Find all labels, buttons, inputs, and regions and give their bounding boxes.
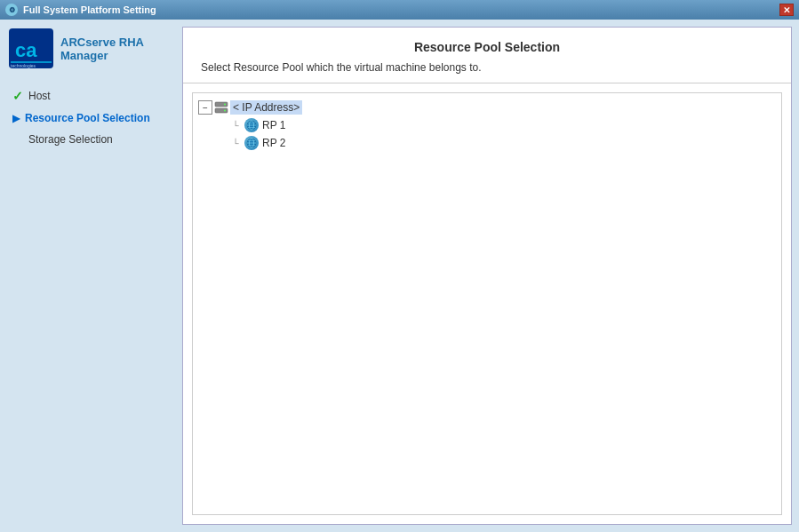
tree-root-node[interactable]: − < IP Address> xyxy=(198,99,776,116)
svg-text:technologies: technologies xyxy=(11,63,36,68)
arrow-icon: ▶ xyxy=(12,113,20,124)
sidebar-item-resource-pool-label: Resource Pool Selection xyxy=(25,112,150,124)
tree-node-rp2[interactable]: └ RP 2 xyxy=(230,134,776,152)
svg-point-7 xyxy=(224,110,226,112)
pending-icon xyxy=(12,133,23,146)
content-subtitle: Select Resource Pool which the virtual m… xyxy=(201,61,773,74)
tree-root-label: < IP Address> xyxy=(230,100,302,115)
sidebar-item-host-label: Host xyxy=(28,90,51,102)
main-container: ca technologies ARCserve RHA Manager ✓ H… xyxy=(0,20,799,532)
tree-line-icon-2: └ xyxy=(230,139,241,148)
arcserve-name: ARCserve RHA xyxy=(60,36,144,49)
arcserve-subtitle: Manager xyxy=(60,49,144,62)
sidebar: ca technologies ARCserve RHA Manager ✓ H… xyxy=(0,20,182,532)
title-bar-text: Full System Platform Setting xyxy=(23,4,156,15)
sidebar-nav: ✓ Host ▶ Resource Pool Selection Storage… xyxy=(9,86,173,148)
server-icon xyxy=(214,100,228,115)
tree-node-rp1[interactable]: └ RP 1 xyxy=(230,116,776,134)
tree-expand-button[interactable]: − xyxy=(198,100,212,115)
title-bar: ⚙ Full System Platform Setting ✕ xyxy=(0,0,799,20)
content-title: Resource Pool Selection xyxy=(201,40,773,54)
check-icon: ✓ xyxy=(12,89,23,103)
arcserve-branding: ARCserve RHA Manager xyxy=(60,36,144,62)
sidebar-logo: ca technologies ARCserve RHA Manager xyxy=(9,28,173,68)
globe-icon-rp2 xyxy=(244,136,259,150)
ca-logo-icon: ca technologies xyxy=(9,28,53,68)
sidebar-item-storage-label: Storage Selection xyxy=(28,133,113,146)
close-button[interactable]: ✕ xyxy=(779,4,794,16)
sidebar-item-storage[interactable]: Storage Selection xyxy=(9,131,173,148)
globe-icon-rp1 xyxy=(244,118,259,132)
tree-rp1-label: RP 1 xyxy=(262,119,285,131)
app-icon: ⚙ xyxy=(5,4,18,16)
svg-text:ca: ca xyxy=(15,39,37,61)
tree-line-icon: └ xyxy=(230,121,241,131)
content-body: − < IP Address> └ xyxy=(183,83,791,524)
content-header: Resource Pool Selection Select Resource … xyxy=(183,28,791,83)
tree-children: └ RP 1 xyxy=(230,116,776,152)
content-area: Resource Pool Selection Select Resource … xyxy=(182,27,792,525)
tree-rp2-label: RP 2 xyxy=(262,137,285,149)
sidebar-item-host[interactable]: ✓ Host xyxy=(9,86,173,106)
svg-point-6 xyxy=(224,104,226,106)
sidebar-item-resource-pool[interactable]: ▶ Resource Pool Selection xyxy=(9,109,173,127)
tree-container: − < IP Address> └ xyxy=(192,92,782,515)
